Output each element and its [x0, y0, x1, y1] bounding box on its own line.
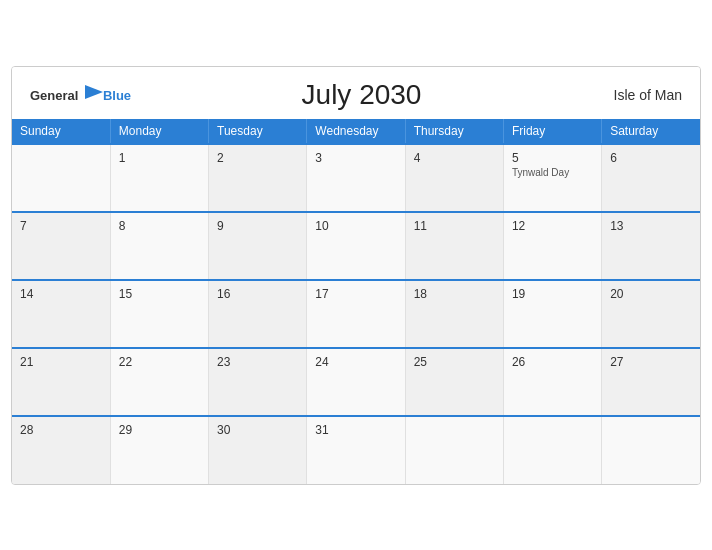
- day-number: 15: [119, 287, 200, 301]
- week-row-3: 14151617181920: [12, 280, 700, 348]
- day-cell-w3-d3: 16: [209, 280, 307, 348]
- week-row-5: 28293031: [12, 416, 700, 484]
- day-cell-w1-d3: 2: [209, 144, 307, 212]
- day-number: 18: [414, 287, 495, 301]
- day-cell-w5-d5: [405, 416, 503, 484]
- day-number: 22: [119, 355, 200, 369]
- day-number: 20: [610, 287, 692, 301]
- day-number: 11: [414, 219, 495, 233]
- day-number: 17: [315, 287, 396, 301]
- day-cell-w4-d2: 22: [110, 348, 208, 416]
- day-number: 30: [217, 423, 298, 437]
- day-number: 2: [217, 151, 298, 165]
- header-tuesday: Tuesday: [209, 119, 307, 144]
- header-sunday: Sunday: [12, 119, 110, 144]
- day-cell-w1-d1: [12, 144, 110, 212]
- day-cell-w4-d1: 21: [12, 348, 110, 416]
- day-cell-w1-d2: 1: [110, 144, 208, 212]
- day-cell-w3-d4: 17: [307, 280, 405, 348]
- day-number: 5: [512, 151, 593, 165]
- header-monday: Monday: [110, 119, 208, 144]
- day-cell-w5-d6: [503, 416, 601, 484]
- day-number: 10: [315, 219, 396, 233]
- header-saturday: Saturday: [602, 119, 700, 144]
- week-row-4: 21222324252627: [12, 348, 700, 416]
- day-cell-w3-d6: 19: [503, 280, 601, 348]
- svg-marker-0: [85, 85, 103, 99]
- logo-flag-icon: [85, 85, 103, 99]
- day-cell-w5-d7: [602, 416, 700, 484]
- header-thursday: Thursday: [405, 119, 503, 144]
- day-cell-w4-d7: 27: [602, 348, 700, 416]
- day-number: 23: [217, 355, 298, 369]
- day-number: 26: [512, 355, 593, 369]
- calendar-header: General Blue July 2030 Isle of Man: [12, 67, 700, 119]
- day-cell-w4-d3: 23: [209, 348, 307, 416]
- day-cell-w1-d4: 3: [307, 144, 405, 212]
- calendar-table: Sunday Monday Tuesday Wednesday Thursday…: [12, 119, 700, 484]
- day-number: 9: [217, 219, 298, 233]
- logo-blue: Blue: [103, 88, 131, 103]
- day-cell-w5-d1: 28: [12, 416, 110, 484]
- day-cell-w4-d5: 25: [405, 348, 503, 416]
- day-number: 16: [217, 287, 298, 301]
- day-number: 21: [20, 355, 102, 369]
- day-number: 1: [119, 151, 200, 165]
- day-cell-w1-d6: 5Tynwald Day: [503, 144, 601, 212]
- day-cell-w1-d5: 4: [405, 144, 503, 212]
- day-cell-w1-d7: 6: [602, 144, 700, 212]
- day-cell-w5-d3: 30: [209, 416, 307, 484]
- header-wednesday: Wednesday: [307, 119, 405, 144]
- day-cell-w5-d4: 31: [307, 416, 405, 484]
- day-cell-w4-d4: 24: [307, 348, 405, 416]
- day-cell-w4-d6: 26: [503, 348, 601, 416]
- day-cell-w3-d5: 18: [405, 280, 503, 348]
- day-number: 14: [20, 287, 102, 301]
- day-number: 6: [610, 151, 692, 165]
- logo-general: General: [30, 88, 78, 103]
- region-label: Isle of Man: [592, 87, 682, 103]
- day-cell-w2-d5: 11: [405, 212, 503, 280]
- day-cell-w3-d2: 15: [110, 280, 208, 348]
- day-number: 7: [20, 219, 102, 233]
- day-number: 12: [512, 219, 593, 233]
- day-number: 24: [315, 355, 396, 369]
- day-cell-w3-d7: 20: [602, 280, 700, 348]
- day-cell-w2-d6: 12: [503, 212, 601, 280]
- day-number: 4: [414, 151, 495, 165]
- day-number: 8: [119, 219, 200, 233]
- weekday-header-row: Sunday Monday Tuesday Wednesday Thursday…: [12, 119, 700, 144]
- day-number: 29: [119, 423, 200, 437]
- event-label: Tynwald Day: [512, 167, 593, 178]
- day-cell-w5-d2: 29: [110, 416, 208, 484]
- day-number: 31: [315, 423, 396, 437]
- day-number: 27: [610, 355, 692, 369]
- day-number: 3: [315, 151, 396, 165]
- day-cell-w2-d4: 10: [307, 212, 405, 280]
- day-number: 28: [20, 423, 102, 437]
- day-cell-w2-d7: 13: [602, 212, 700, 280]
- day-cell-w2-d1: 7: [12, 212, 110, 280]
- day-number: 25: [414, 355, 495, 369]
- day-number: 13: [610, 219, 692, 233]
- day-cell-w3-d1: 14: [12, 280, 110, 348]
- week-row-2: 78910111213: [12, 212, 700, 280]
- logo: General Blue: [30, 86, 131, 104]
- day-cell-w2-d2: 8: [110, 212, 208, 280]
- month-title: July 2030: [131, 79, 592, 111]
- day-cell-w2-d3: 9: [209, 212, 307, 280]
- calendar-container: General Blue July 2030 Isle of Man Sunda…: [11, 66, 701, 485]
- day-number: 19: [512, 287, 593, 301]
- calendar-body: 12345Tynwald Day678910111213141516171819…: [12, 144, 700, 484]
- week-row-1: 12345Tynwald Day6: [12, 144, 700, 212]
- header-friday: Friday: [503, 119, 601, 144]
